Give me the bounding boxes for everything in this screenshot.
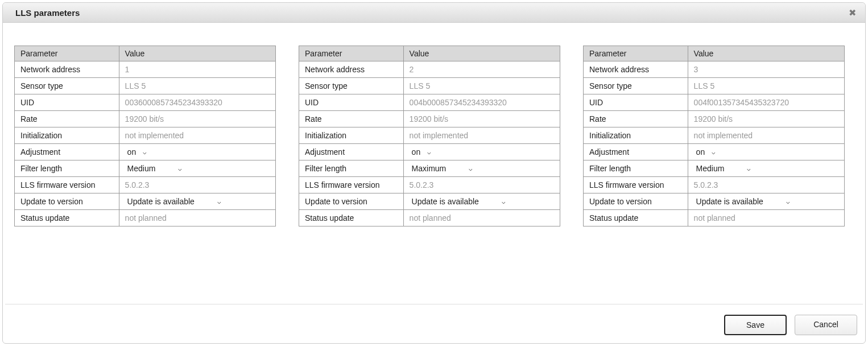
row-label: UID	[299, 94, 404, 111]
chevron-down-icon: ⌵	[469, 165, 473, 172]
table-header-row: Parameter Value	[299, 46, 560, 61]
table-row: UID 004f001357345435323720	[584, 94, 845, 111]
update-version-select[interactable]: Update is available ⌵	[125, 197, 224, 206]
table-row: Network address 3	[584, 61, 845, 78]
adjustment-select[interactable]: on ⌵	[694, 147, 718, 156]
initialization-value: not implemented	[119, 127, 275, 144]
filter-length-select[interactable]: Maximum ⌵	[410, 164, 476, 173]
status-update-value: not planned	[119, 210, 275, 226]
row-label: Update to version	[584, 193, 688, 210]
table-row: LLS firmware version 5.0.2.3	[15, 177, 276, 193]
table-row: Initialization not implemented	[15, 127, 276, 144]
filter-length-select[interactable]: Medium ⌵	[694, 164, 754, 173]
adjustment-value: on	[696, 147, 705, 156]
chevron-down-icon: ⌵	[747, 165, 751, 172]
table-row: Rate 19200 bit/s	[299, 111, 560, 127]
sensor-type-value: LLS 5	[403, 78, 560, 94]
table-row: Sensor type LLS 5	[584, 78, 845, 94]
table-row: Sensor type LLS 5	[15, 78, 276, 94]
network-address-value: 3	[688, 61, 844, 78]
filter-length-value: Medium	[127, 164, 156, 173]
sensor-type-value: LLS 5	[688, 78, 844, 94]
table-row: Update to version Update is available ⌵	[15, 193, 276, 210]
table-row: Network address 2	[299, 61, 560, 78]
adjustment-value: on	[127, 147, 137, 156]
update-version-value: Update is available	[127, 197, 195, 206]
uid-value: 004b000857345234393320	[403, 94, 560, 111]
row-label: Initialization	[299, 127, 404, 144]
dialog-footer: Save Cancel	[3, 304, 865, 343]
chevron-down-icon: ⌵	[178, 165, 182, 172]
close-icon: ✖	[849, 7, 856, 18]
dialog-title: LLS parameters	[10, 8, 80, 18]
header-parameter: Parameter	[584, 46, 688, 61]
save-button[interactable]: Save	[724, 315, 787, 335]
chevron-down-icon: ⌵	[786, 198, 790, 205]
firmware-version-value: 5.0.2.3	[688, 177, 844, 193]
row-label: Network address	[15, 61, 119, 78]
row-label: UID	[584, 94, 688, 111]
titlebar: LLS parameters ✖	[3, 3, 865, 23]
row-label: Update to version	[15, 193, 119, 210]
update-version-value: Update is available	[696, 197, 763, 206]
table-row: Status update not planned	[15, 210, 276, 226]
header-value: Value	[403, 46, 560, 61]
row-label: Network address	[299, 61, 404, 78]
rate-value: 19200 bit/s	[688, 111, 844, 127]
adjustment-select[interactable]: on ⌵	[410, 147, 434, 156]
table-row: Rate 19200 bit/s	[15, 111, 276, 127]
update-version-select[interactable]: Update is available ⌵	[694, 197, 792, 206]
cancel-button[interactable]: Cancel	[795, 315, 857, 335]
row-label: Rate	[299, 111, 404, 127]
sensor-table-2: Parameter Value Network address 2 Sensor…	[299, 46, 560, 226]
header-value: Value	[688, 46, 844, 61]
row-label: Initialization	[15, 127, 119, 144]
filter-length-value: Maximum	[412, 164, 447, 173]
table-row: Initialization not implemented	[299, 127, 560, 144]
table-row: LLS firmware version 5.0.2.3	[299, 177, 560, 193]
row-label: Status update	[15, 210, 119, 226]
row-label: Filter length	[299, 160, 404, 177]
dialog-content: Parameter Value Network address 1 Sensor…	[3, 23, 865, 304]
row-label: Adjustment	[15, 144, 119, 160]
table-header-row: Parameter Value	[15, 46, 276, 61]
table-row: Status update not planned	[299, 210, 560, 226]
table-row: Filter length Medium ⌵	[15, 160, 276, 177]
row-label: Rate	[15, 111, 119, 127]
row-label: LLS firmware version	[299, 177, 404, 193]
row-label: Filter length	[15, 160, 119, 177]
row-label: Initialization	[584, 127, 688, 144]
table-header-row: Parameter Value	[584, 46, 845, 61]
row-label: LLS firmware version	[15, 177, 119, 193]
table-row: Sensor type LLS 5	[299, 78, 560, 94]
filter-length-select[interactable]: Medium ⌵	[125, 164, 185, 173]
initialization-value: not implemented	[403, 127, 560, 144]
table-row: Update to version Update is available ⌵	[299, 193, 560, 210]
adjustment-value: on	[412, 147, 421, 156]
chevron-down-icon: ⌵	[502, 198, 506, 205]
chevron-down-icon: ⌵	[427, 149, 431, 156]
row-label: Adjustment	[299, 144, 404, 160]
sensor-table-3: Parameter Value Network address 3 Sensor…	[583, 46, 845, 226]
row-label: Status update	[299, 210, 404, 226]
uid-value: 0036000857345234393320	[119, 94, 275, 111]
row-label: Sensor type	[584, 78, 688, 94]
table-row: Status update not planned	[584, 210, 845, 226]
header-value: Value	[119, 46, 275, 61]
sensor-type-value: LLS 5	[119, 78, 275, 94]
close-button[interactable]: ✖	[846, 6, 858, 19]
adjustment-select[interactable]: on ⌵	[125, 147, 150, 156]
table-row: UID 0036000857345234393320	[15, 94, 276, 111]
header-parameter: Parameter	[15, 46, 119, 61]
rate-value: 19200 bit/s	[119, 111, 275, 127]
row-label: UID	[15, 94, 119, 111]
uid-value: 004f001357345435323720	[688, 94, 844, 111]
initialization-value: not implemented	[688, 127, 844, 144]
row-label: Adjustment	[584, 144, 688, 160]
update-version-value: Update is available	[412, 197, 479, 206]
table-row: Initialization not implemented	[584, 127, 845, 144]
table-row: Filter length Medium ⌵	[584, 160, 845, 177]
chevron-down-icon: ⌵	[712, 149, 716, 156]
update-version-select[interactable]: Update is available ⌵	[410, 197, 508, 206]
sensor-table-1: Parameter Value Network address 1 Sensor…	[14, 46, 276, 226]
